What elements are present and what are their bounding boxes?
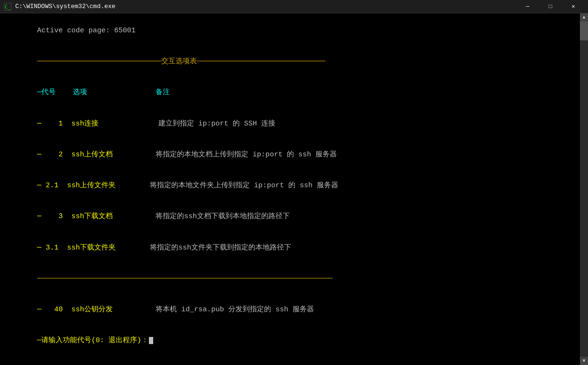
- prompt-line: ─请输入功能代号(0: 退出程序)：: [3, 326, 577, 356]
- titlebar-controls: ─ □ ✕: [517, 0, 584, 13]
- row-3: ─ 3 ssh下载文档 将指定的ssh文档下载到本地指定的路径下: [3, 202, 577, 232]
- header-line: ─代号 选项 备注: [3, 77, 577, 108]
- cmd-icon: C_: [4, 3, 11, 10]
- titlebar-left: C_ C:\WINDOWS\system32\cmd.exe: [4, 3, 116, 10]
- row-3-1: ─ 3.1 ssh下载文件夹 将指定的ssh文件夹下载到指定的本地路径下: [3, 232, 577, 263]
- scroll-down-button[interactable]: ▼: [580, 357, 588, 365]
- close-button[interactable]: ✕: [562, 0, 584, 13]
- scrollbar-thumb[interactable]: [580, 21, 588, 40]
- divider-mid-line: ────────────────────────────────────────…: [3, 263, 577, 294]
- codepage-line: Active code page: 65001: [3, 15, 577, 46]
- row-40: ─ 40 ssh公钥分发 将本机 id_rsa.pub 分发到指定的 ssh 服…: [3, 294, 577, 325]
- row-2-1: ─ 2.1 ssh上传文件夹 将指定的本地文件夹上传到指定 ip:port 的 …: [3, 170, 577, 201]
- terminal-content[interactable]: Active code page: 65001 ────────────────…: [0, 13, 580, 365]
- cursor: [149, 337, 153, 344]
- window: C_ C:\WINDOWS\system32\cmd.exe ─ □ ✕ Act…: [0, 0, 588, 365]
- divider-top-line: ─────────────────────────────交互选项表──────…: [3, 46, 577, 77]
- maximize-button[interactable]: □: [539, 0, 561, 13]
- scrollbar-track: [580, 21, 588, 357]
- titlebar: C_ C:\WINDOWS\system32\cmd.exe ─ □ ✕: [0, 0, 588, 13]
- scrollbar: ▲ ▼: [580, 13, 588, 365]
- svg-text:C_: C_: [5, 4, 10, 10]
- scroll-up-button[interactable]: ▲: [580, 13, 588, 21]
- row-2: ─ 2 ssh上传文档 将指定的本地文档上传到指定 ip:port 的 ssh …: [3, 139, 577, 170]
- main-area: Active code page: 65001 ────────────────…: [0, 13, 588, 365]
- titlebar-title: C:\WINDOWS\system32\cmd.exe: [15, 3, 116, 10]
- minimize-button[interactable]: ─: [517, 0, 539, 13]
- row-1: ─ 1 ssh连接 建立到指定 ip:port 的 SSH 连接: [3, 108, 577, 139]
